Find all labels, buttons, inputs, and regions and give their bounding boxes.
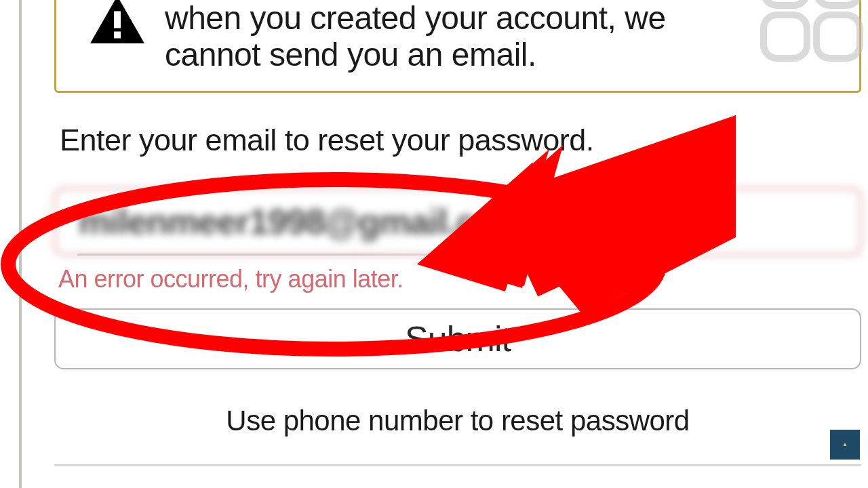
svg-rect-6 <box>816 15 860 58</box>
form-prompt: Enter your email to reset your password. <box>60 123 861 158</box>
submit-button[interactable]: Submit <box>54 308 861 369</box>
warning-banner: when you created your account, we cannot… <box>54 0 861 93</box>
grid-icon <box>760 0 868 75</box>
error-message: An error occurred, try again later. <box>58 265 861 293</box>
reset-password-panel: when you created your account, we cannot… <box>54 0 861 466</box>
divider <box>54 464 861 466</box>
email-field[interactable] <box>54 188 861 256</box>
svg-rect-5 <box>764 15 807 58</box>
warning-icon <box>90 0 144 46</box>
use-phone-link[interactable]: Use phone number to reset password <box>54 405 861 437</box>
svg-rect-2 <box>114 32 121 39</box>
window-left-border <box>19 0 22 488</box>
svg-rect-4 <box>816 0 860 5</box>
channel-badge: ▲ <box>830 430 860 460</box>
warning-text: when you created your account, we cannot… <box>165 0 846 73</box>
svg-rect-1 <box>114 12 121 28</box>
svg-rect-3 <box>764 0 807 5</box>
